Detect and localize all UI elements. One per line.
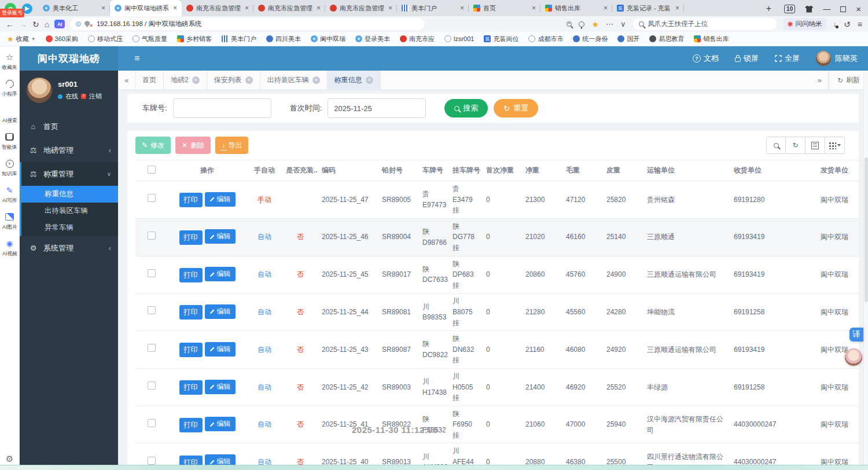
row-checkbox[interactable] bbox=[148, 194, 156, 202]
content-scrollbar[interactable] bbox=[863, 71, 868, 470]
export-button[interactable]: ↓ 导出 bbox=[215, 137, 248, 154]
page-tab[interactable]: 地磅2× bbox=[164, 71, 207, 90]
app-brand[interactable]: 阆中双瑞地磅 bbox=[20, 46, 118, 71]
edit-button[interactable]: 编辑 bbox=[205, 342, 236, 357]
print-button[interactable]: 打印 bbox=[179, 343, 203, 357]
page-tab[interactable]: 首页 bbox=[135, 71, 164, 90]
bookmark-item[interactable]: ★收藏▼ bbox=[7, 35, 36, 43]
reader-icon[interactable] bbox=[579, 21, 584, 27]
scrollbar-thumb[interactable] bbox=[865, 157, 868, 302]
sidebar-toggle-icon[interactable]: ≡ bbox=[134, 53, 139, 64]
sidebar-item-3[interactable]: ⚙系统管理‹ bbox=[20, 236, 118, 260]
table-detail-view-button[interactable] bbox=[806, 137, 825, 154]
sidebar-item-0[interactable]: ⌂首页 bbox=[20, 115, 118, 138]
row-checkbox[interactable] bbox=[148, 419, 156, 427]
bookmark-item[interactable]: 乡村销客 bbox=[177, 35, 212, 43]
modify-button[interactable]: ✎ 修改 bbox=[135, 137, 171, 154]
bookmark-item[interactable]: 360采购 bbox=[46, 35, 78, 43]
more-icon[interactable]: ⋯ bbox=[606, 20, 613, 28]
print-button[interactable]: 打印 bbox=[179, 418, 203, 432]
browser-tab[interactable]: 南充市应急管理× bbox=[182, 0, 253, 16]
row-checkbox[interactable] bbox=[148, 344, 156, 352]
tab-close-icon[interactable]: × bbox=[604, 5, 608, 12]
first-time-input[interactable] bbox=[328, 98, 426, 118]
sidebar-item-2[interactable]: ⚖称重管理∨ bbox=[21, 162, 118, 186]
edit-button[interactable]: 编辑 bbox=[205, 229, 236, 244]
side-tool-write[interactable]: AI写作 bbox=[0, 185, 20, 204]
page-tab[interactable]: 出待装区车辆× bbox=[260, 71, 328, 90]
side-tool-agent[interactable]: 智能体 bbox=[0, 132, 20, 151]
bookmark-item[interactable]: 南充市应 bbox=[400, 35, 435, 43]
fullscreen-button[interactable]: 全屏 bbox=[775, 53, 800, 64]
logout-link[interactable]: 注销 bbox=[89, 92, 102, 101]
translate-floating-button[interactable]: 译 bbox=[849, 328, 863, 342]
tab-close-icon[interactable]: × bbox=[317, 5, 321, 12]
zoom-icon[interactable] bbox=[567, 21, 572, 27]
maximize-button[interactable] bbox=[840, 6, 846, 12]
sidebar-subitem[interactable]: 异常车辆 bbox=[21, 219, 118, 236]
bookmark-item[interactable]: 移动式压 bbox=[88, 35, 123, 43]
browser-search-box[interactable]: 凤爪大王扶侄子上位 bbox=[633, 18, 777, 30]
side-tool-video[interactable]: AI视频 bbox=[0, 238, 20, 258]
page-tab[interactable]: 称重信息× bbox=[328, 71, 381, 90]
site-info-icon[interactable] bbox=[76, 21, 81, 27]
url-field[interactable]: ✕ 192.168.16.198 / 阆中双瑞地磅系统 bbox=[70, 18, 424, 30]
new-tab-button[interactable]: + bbox=[760, 3, 777, 16]
side-tool-mini[interactable]: 小程序 bbox=[0, 79, 20, 98]
bookmark-item[interactable]: 易思教育 bbox=[649, 35, 684, 43]
side-tool-image[interactable]: AI图片 bbox=[0, 212, 20, 231]
page-tab-close-icon[interactable]: × bbox=[312, 76, 320, 84]
reset-button[interactable]: ↻ 重置 bbox=[494, 99, 538, 118]
dropdown-chevron-icon[interactable]: ∨ bbox=[620, 20, 626, 28]
url-text[interactable]: 192.168.16.198 / 阆中双瑞地磅系统 bbox=[97, 20, 202, 28]
edit-button[interactable]: 编辑 bbox=[205, 380, 236, 394]
bookmark-item[interactable]: 气瓶质量 bbox=[133, 35, 167, 43]
tab-close-icon[interactable]: × bbox=[460, 5, 464, 12]
tab-count-badge[interactable]: 10 bbox=[784, 5, 795, 13]
back-icon[interactable]: ← bbox=[6, 20, 14, 28]
bookmark-item[interactable]: lzsr001 bbox=[444, 35, 474, 42]
select-all-checkbox[interactable] bbox=[148, 166, 156, 174]
bookmark-item[interactable]: 登录美丰 bbox=[355, 35, 390, 43]
tabs-scroll-right-icon[interactable]: » bbox=[811, 71, 829, 90]
tab-refresh-button[interactable]: ↻ 刷新 bbox=[829, 71, 868, 90]
print-button[interactable]: 打印 bbox=[179, 268, 203, 282]
bookmark-item[interactable]: 四川美丰 bbox=[266, 35, 301, 43]
row-checkbox[interactable] bbox=[148, 381, 156, 390]
close-button[interactable]: × bbox=[856, 4, 861, 14]
table-columns-button[interactable] bbox=[825, 137, 845, 154]
sidebar-item-1[interactable]: ⚖地磅管理‹ bbox=[20, 138, 118, 162]
ai-assistant-icon[interactable]: AI bbox=[54, 20, 65, 28]
assistant-avatar[interactable] bbox=[845, 348, 862, 366]
browser-tab[interactable]: 南充市应急管理× bbox=[325, 0, 397, 16]
sidebar-subitem[interactable]: 出待装区车辆 bbox=[21, 203, 118, 219]
row-checkbox[interactable] bbox=[148, 232, 156, 240]
page-tab-close-icon[interactable]: × bbox=[192, 76, 200, 84]
browser-tab[interactable]: 阆中双瑞地磅系× bbox=[110, 0, 182, 16]
browser-tab[interactable]: 销售出库× bbox=[540, 0, 612, 16]
bookmark-star-icon[interactable]: ★ bbox=[591, 20, 599, 29]
bookmark-item[interactable]: 阆中双瑞 bbox=[311, 35, 345, 43]
side-tool-search[interactable]: AI搜索 bbox=[0, 105, 20, 124]
ask-nano-button[interactable]: ✱ 问问纳米 bbox=[784, 18, 826, 30]
search-suggestion-text[interactable]: 凤爪大王扶侄子上位 bbox=[648, 20, 708, 28]
bookmark-item[interactable]: 统一身份 bbox=[573, 35, 608, 43]
docs-button[interactable]: ? 文档 bbox=[693, 53, 719, 64]
table-search-button[interactable] bbox=[766, 137, 786, 154]
row-checkbox[interactable] bbox=[148, 457, 156, 465]
print-button[interactable]: 打印 bbox=[179, 380, 203, 395]
side-tool-know[interactable]: 知识库 bbox=[0, 159, 20, 178]
edit-button[interactable]: 编辑 bbox=[205, 267, 236, 281]
bookmark-item[interactable]: 装充装岗位 bbox=[484, 35, 518, 43]
bookmark-item[interactable]: 成都市市 bbox=[528, 35, 563, 43]
delete-button[interactable]: ✕ 删除 bbox=[175, 137, 211, 154]
page-tab-close-icon[interactable]: × bbox=[366, 76, 373, 84]
page-tab[interactable]: 保安列表× bbox=[207, 71, 260, 90]
row-checkbox[interactable] bbox=[148, 269, 156, 277]
lock-screen-button[interactable]: 锁屏 bbox=[735, 53, 759, 64]
print-button[interactable]: 打印 bbox=[179, 193, 203, 207]
print-button[interactable]: 打印 bbox=[179, 305, 203, 320]
table-refresh-button[interactable]: ↻ bbox=[786, 137, 806, 154]
downloads-icon[interactable]: ↓ bbox=[833, 20, 837, 28]
tab-close-icon[interactable]: × bbox=[173, 5, 177, 12]
